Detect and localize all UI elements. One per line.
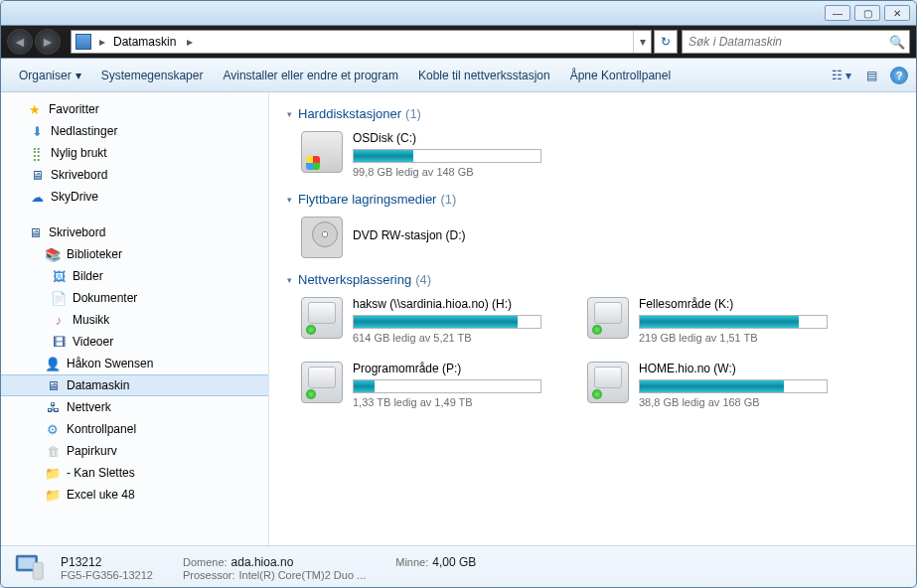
- drive-name: Fellesområde (K:): [639, 297, 828, 311]
- sidebar-excel-uke-48[interactable]: 📁 Excel uke 48: [1, 484, 268, 506]
- back-button[interactable]: ◄: [7, 29, 33, 55]
- map-network-drive-button[interactable]: Koble til nettverksstasjon: [408, 65, 560, 86]
- sidebar-recycle[interactable]: 🗑 Papirkurv: [1, 440, 268, 462]
- sidebar-item-label: Dokumenter: [73, 291, 137, 305]
- capacity-bar: [639, 379, 828, 393]
- computer-icon: [76, 34, 91, 50]
- help-button[interactable]: ?: [890, 67, 908, 84]
- group-count: (1): [405, 106, 421, 121]
- sidebar-item-label: Excel uke 48: [67, 488, 135, 502]
- capacity-fill: [354, 316, 518, 328]
- sidebar-desktop[interactable]: 🖥 Skrivebord: [1, 221, 268, 243]
- organize-label: Organiser: [19, 69, 72, 82]
- drive-name: Programområde (P:): [353, 362, 541, 375]
- computer-large-icon: [11, 550, 47, 586]
- sidebar-item-label: Kontrollpanel: [67, 422, 136, 436]
- network-drive-icon: [587, 297, 629, 339]
- sidebar-videos[interactable]: 🎞 Videoer: [1, 331, 268, 353]
- sidebar-item-label: Favoritter: [49, 102, 99, 116]
- search-input[interactable]: [687, 34, 889, 50]
- group-label: Harddiskstasjoner: [298, 106, 401, 121]
- sidebar-documents[interactable]: 📄 Dokumenter: [1, 287, 268, 309]
- sidebar-item-label: - Kan Slettes: [67, 466, 135, 480]
- maximize-icon: ▢: [863, 8, 872, 19]
- address-bar[interactable]: ▸ Datamaskin ▸ ▾: [71, 30, 652, 54]
- close-icon: ✕: [893, 8, 901, 19]
- sidebar-downloads[interactable]: ⬇ Nedlastinger: [1, 120, 268, 142]
- pictures-icon: 🖼: [51, 268, 67, 284]
- capacity-fill: [640, 380, 784, 392]
- sidebar-desktop-fav[interactable]: 🖥 Skrivebord: [1, 164, 268, 186]
- breadcrumb-root-arrow[interactable]: ▸: [95, 35, 109, 49]
- sidebar-item-label: Papirkurv: [67, 444, 117, 458]
- preview-pane-button[interactable]: ▤: [856, 64, 886, 87]
- sidebar-recent[interactable]: ⣿ Nylig brukt: [1, 142, 268, 164]
- sidebar-item-label: Biblioteker: [67, 247, 122, 261]
- sidebar-item-label: Videoer: [73, 335, 113, 349]
- group-count: (1): [440, 192, 456, 207]
- recent-icon: ⣿: [29, 145, 45, 161]
- group-count: (4): [415, 272, 431, 287]
- minimize-button[interactable]: —: [825, 5, 850, 21]
- sidebar-pictures[interactable]: 🖼 Bilder: [1, 265, 268, 287]
- content-pane[interactable]: ▾ Harddiskstasjoner (1) OSDisk (C:) 99,8…: [269, 92, 916, 545]
- maximize-button[interactable]: ▢: [854, 5, 880, 21]
- breadcrumb-location[interactable]: Datamaskin: [109, 31, 183, 53]
- sidebar-music[interactable]: ♪ Musikk: [1, 309, 268, 331]
- navigation-pane[interactable]: ★ Favoritter ⬇ Nedlastinger ⣿ Nylig bruk…: [1, 92, 269, 545]
- drive-subtext: 219 GB ledig av 1,51 TB: [639, 332, 828, 344]
- drive-osdisk[interactable]: OSDisk (C:) 99,8 GB ledig av 148 GB: [297, 127, 543, 182]
- open-control-panel-button[interactable]: Åpne Kontrollpanel: [560, 65, 681, 86]
- network-icon: 🖧: [45, 399, 61, 415]
- sidebar-user[interactable]: 👤 Håkon Swensen: [1, 353, 268, 374]
- user-icon: 👤: [45, 356, 61, 371]
- refresh-button[interactable]: ↻: [654, 30, 678, 54]
- system-properties-button[interactable]: Systemegenskaper: [91, 65, 214, 86]
- drive-name: OSDisk (C:): [353, 131, 541, 145]
- forward-button[interactable]: ►: [35, 29, 61, 55]
- network-drive-icon: [301, 362, 343, 403]
- drive-home-hio[interactable]: HOME.hio.no (W:) 38,8 GB ledig av 168 GB: [583, 358, 830, 412]
- drive-dvd[interactable]: DVD RW-stasjon (D:): [297, 213, 543, 262]
- drive-programomrade[interactable]: Programområde (P:) 1,33 TB ledig av 1,49…: [297, 358, 543, 412]
- computer-icon: 🖥: [45, 377, 61, 393]
- cloud-icon: ☁: [29, 189, 45, 205]
- sidebar-favorites[interactable]: ★ Favoritter: [1, 98, 268, 120]
- documents-icon: 📄: [51, 290, 67, 306]
- status-domain-label: Domene:: [183, 556, 228, 568]
- capacity-fill: [354, 380, 375, 392]
- view-options-button[interactable]: ☷ ▾: [827, 64, 856, 87]
- sidebar-controlpanel[interactable]: ⚙ Kontrollpanel: [1, 418, 268, 440]
- capacity-fill: [640, 316, 799, 328]
- status-cpu-value: Intel(R) Core(TM)2 Duo ...: [239, 569, 367, 581]
- close-button[interactable]: ✕: [884, 5, 910, 21]
- sidebar-can-delete[interactable]: 📁 - Kan Slettes: [1, 462, 268, 484]
- toolbar: Organiser ▾ Systemegenskaper Avinstaller…: [1, 59, 916, 92]
- drive-fellesomrade[interactable]: Fellesområde (K:) 219 GB ledig av 1,51 T…: [583, 293, 830, 348]
- collapse-icon: ▾: [287, 109, 292, 119]
- breadcrumb-label: Datamaskin: [113, 35, 176, 49]
- search-box[interactable]: 🔍: [682, 30, 910, 54]
- sidebar-libraries[interactable]: 📚 Biblioteker: [1, 243, 268, 265]
- collapse-icon: ▾: [287, 275, 292, 285]
- uninstall-programs-button[interactable]: Avinstaller eller endre et program: [213, 65, 408, 86]
- drive-haksw[interactable]: haksw (\\sardinia.hioa.no) (H:) 614 GB l…: [297, 293, 543, 348]
- main-area: ★ Favoritter ⬇ Nedlastinger ⣿ Nylig bruk…: [1, 92, 916, 545]
- sidebar-computer[interactable]: 🖥 Datamaskin: [1, 374, 268, 396]
- organize-menu[interactable]: Organiser ▾: [9, 65, 91, 86]
- group-hard-disks[interactable]: ▾ Harddiskstasjoner (1): [287, 106, 898, 121]
- group-network-locations[interactable]: ▾ Nettverksplassering (4): [287, 272, 898, 287]
- group-removable[interactable]: ▾ Flyttbare lagringsmedier (1): [287, 192, 898, 207]
- drive-name: HOME.hio.no (W:): [639, 362, 828, 375]
- breadcrumb-sep[interactable]: ▸: [183, 35, 197, 49]
- search-icon[interactable]: 🔍: [889, 35, 905, 50]
- sidebar-network[interactable]: 🖧 Nettverk: [1, 396, 268, 418]
- svg-rect-2: [33, 562, 43, 579]
- sidebar-skydrive[interactable]: ☁ SkyDrive: [1, 186, 268, 208]
- sidebar-item-label: SkyDrive: [51, 190, 98, 204]
- address-dropdown[interactable]: ▾: [633, 31, 651, 53]
- star-icon: ★: [27, 101, 43, 117]
- status-memory-label: Minne:: [395, 556, 428, 568]
- minimize-icon: —: [833, 8, 842, 19]
- status-memory-value: 4,00 GB: [432, 555, 476, 569]
